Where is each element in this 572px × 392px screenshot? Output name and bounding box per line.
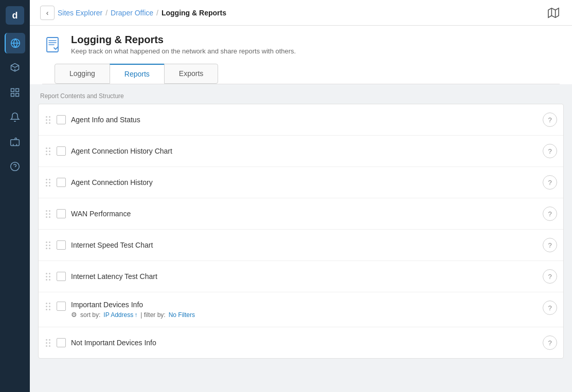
page-header-icon <box>42 34 64 55</box>
filter-separator: | filter by: <box>140 311 165 319</box>
help-icon[interactable]: ? <box>543 301 557 315</box>
content-area: Report Contents and Structure Agent Info… <box>30 84 572 392</box>
filter-value-link[interactable]: No Filters <box>169 311 195 319</box>
report-row: Not Important Devices Info ? <box>39 327 563 358</box>
row-extra: ⚙ sort by: IP Address ↑ | filter by: No … <box>71 311 538 319</box>
row-label: Agent Connection History <box>71 178 538 186</box>
sidebar-item-support[interactable] <box>5 156 25 177</box>
report-row: Internet Speed Test Chart ? <box>39 230 563 261</box>
row-label: Agent Info and Status <box>71 116 538 124</box>
help-icon[interactable]: ? <box>543 269 557 284</box>
tab-logging[interactable]: Logging <box>55 64 110 84</box>
map-icon[interactable] <box>545 5 562 21</box>
breadcrumb-sites[interactable]: Sites Explorer <box>58 9 102 17</box>
page-title: Logging & Reports <box>71 34 296 46</box>
row-checkbox[interactable] <box>57 302 66 311</box>
help-icon[interactable]: ? <box>543 335 557 350</box>
row-checkbox[interactable] <box>57 146 66 156</box>
help-icon[interactable]: ? <box>543 175 557 190</box>
breadcrumb-current: Logging & Reports <box>162 9 226 17</box>
tabs-bar: Logging Reports Exports <box>42 64 560 84</box>
row-label: WAN Performance <box>71 210 538 218</box>
row-label: Internet Latency Test Chart <box>71 272 538 281</box>
help-icon[interactable]: ? <box>543 238 557 252</box>
sidebar-item-dashboard[interactable] <box>5 82 25 103</box>
svg-point-6 <box>11 162 20 171</box>
sidebar: d <box>0 0 30 392</box>
report-row: Agent Info and Status ? <box>39 104 563 136</box>
row-checkbox[interactable] <box>57 178 66 187</box>
row-label: Agent Connection History Chart <box>71 147 538 155</box>
page-description: Keep track on what happened on the netwo… <box>71 47 296 55</box>
breadcrumb: ‹ Sites Explorer / Draper Office / Loggi… <box>40 6 226 20</box>
report-row: Agent Connection History Chart ? <box>39 136 563 167</box>
filter-icon: ⚙ <box>71 311 77 319</box>
svg-rect-5 <box>11 140 20 146</box>
row-checkbox[interactable] <box>57 338 66 347</box>
row-label: Not Important Devices Info <box>71 339 538 347</box>
page-header: Logging & Reports Keep track on what hap… <box>30 26 572 84</box>
report-row-important-devices: Important Devices Info ⚙ sort by: IP Add… <box>39 292 563 327</box>
sort-value-link[interactable]: IP Address ↑ <box>103 311 137 319</box>
main-content: ‹ Sites Explorer / Draper Office / Loggi… <box>30 0 572 392</box>
drag-handle[interactable] <box>45 338 51 348</box>
tab-reports[interactable]: Reports <box>110 64 165 84</box>
sidebar-item-globe[interactable] <box>5 33 25 53</box>
back-button[interactable]: ‹ <box>40 6 55 20</box>
help-icon[interactable]: ? <box>543 207 557 221</box>
sidebar-item-devices[interactable] <box>5 58 25 78</box>
sidebar-item-tickets[interactable] <box>5 132 25 152</box>
topbar: ‹ Sites Explorer / Draper Office / Loggi… <box>30 0 572 26</box>
breadcrumb-sep2: / <box>156 9 158 17</box>
sidebar-logo[interactable]: d <box>6 6 24 25</box>
sort-direction: ↑ <box>134 311 137 319</box>
sort-by-label: sort by: <box>80 311 100 319</box>
report-row: Agent Connection History ? <box>39 167 563 198</box>
drag-handle[interactable] <box>45 178 51 188</box>
row-checkbox[interactable] <box>57 209 66 218</box>
report-row: WAN Performance ? <box>39 198 563 230</box>
svg-rect-1 <box>11 89 14 92</box>
row-label: Internet Speed Test Chart <box>71 241 538 249</box>
drag-handle[interactable] <box>45 115 51 125</box>
help-icon[interactable]: ? <box>543 113 557 127</box>
row-label: Important Devices Info <box>71 301 538 309</box>
svg-rect-3 <box>11 94 14 97</box>
drag-handle[interactable] <box>45 240 51 250</box>
section-label: Report Contents and Structure <box>38 92 564 100</box>
breadcrumb-sep1: / <box>105 9 108 17</box>
breadcrumb-office[interactable]: Draper Office <box>111 9 153 17</box>
row-checkbox[interactable] <box>57 272 66 281</box>
drag-handle[interactable] <box>45 146 51 156</box>
help-icon[interactable]: ? <box>543 144 557 158</box>
sidebar-item-alerts[interactable] <box>5 107 25 127</box>
report-rows-container: Agent Info and Status ? Agent Connection… <box>38 104 564 359</box>
row-checkbox[interactable] <box>57 115 66 124</box>
drag-handle[interactable] <box>45 302 51 311</box>
sort-value: IP Address <box>103 311 133 319</box>
svg-rect-2 <box>16 89 19 92</box>
svg-rect-4 <box>16 94 19 97</box>
report-row: Internet Latency Test Chart ? <box>39 261 563 292</box>
drag-handle[interactable] <box>45 272 51 282</box>
tab-exports[interactable]: Exports <box>164 64 218 84</box>
drag-handle[interactable] <box>45 209 51 219</box>
row-checkbox[interactable] <box>57 240 66 250</box>
